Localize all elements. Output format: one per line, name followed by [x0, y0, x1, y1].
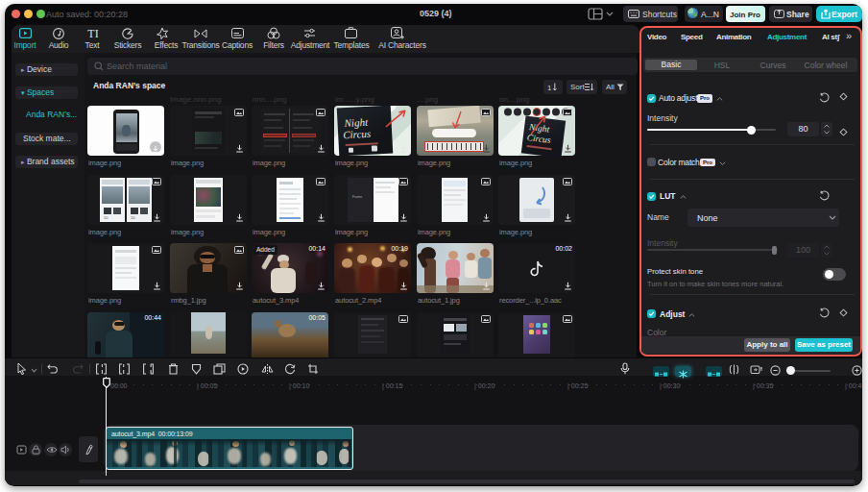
svg-text:1: 1: [547, 84, 552, 92]
